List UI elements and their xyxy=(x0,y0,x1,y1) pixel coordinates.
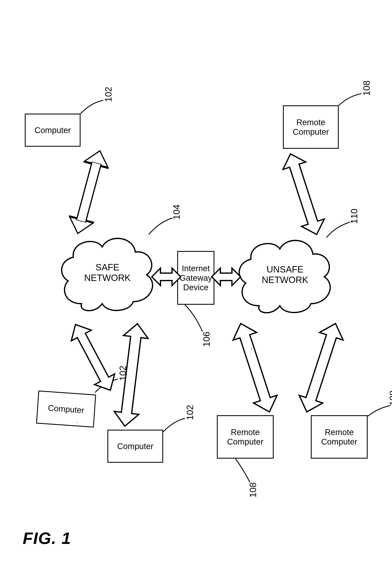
remote-box-bottom-left: Remote Computer xyxy=(217,415,274,459)
leader-line xyxy=(368,405,392,425)
svg-rect-4 xyxy=(77,162,101,222)
double-arrow-icon xyxy=(232,316,278,419)
remote-box-bottom-right: Remote Computer xyxy=(311,415,368,459)
unsafe-network-cloud: UNSAFE NETWORK xyxy=(233,233,337,316)
figure-label: FIG. 1 xyxy=(23,529,71,548)
diagram-page: Computer 102 Computer 102 Computer 102 S… xyxy=(0,0,392,565)
double-arrow-icon xyxy=(148,264,185,289)
ref-106: 106 xyxy=(201,332,212,347)
leader-line xyxy=(81,99,105,120)
leader-line xyxy=(227,459,252,483)
leader-line xyxy=(326,221,351,242)
ref-110: 110 xyxy=(349,209,359,224)
ref-108-bottom-right: 108 xyxy=(388,390,392,406)
svg-marker-13 xyxy=(295,320,347,416)
remote-label: Remote Computer xyxy=(293,118,329,137)
svg-marker-11 xyxy=(279,150,328,238)
leader-line xyxy=(149,217,173,240)
double-arrow-icon xyxy=(111,317,152,433)
leader-line xyxy=(181,305,206,333)
ref-108-bottom-left: 108 xyxy=(248,482,258,497)
remote-box-top-right: Remote Computer xyxy=(283,105,339,149)
svg-marker-8 xyxy=(112,322,150,428)
svg-marker-12 xyxy=(229,320,281,416)
computer-label: Computer xyxy=(117,441,154,451)
remote-label: Remote Computer xyxy=(227,427,264,446)
double-arrow-icon xyxy=(68,145,110,240)
stray-mark: ' xyxy=(251,347,252,354)
safe-network-cloud: SAFE NETWORK xyxy=(56,231,159,314)
svg-marker-9 xyxy=(152,268,181,285)
ref-108-top-right: 108 xyxy=(362,81,372,96)
stray-mark: . xyxy=(76,417,78,424)
double-arrow-icon xyxy=(298,316,344,419)
unsafe-network-label: UNSAFE NETWORK xyxy=(262,264,308,285)
double-arrow-icon xyxy=(208,264,245,289)
double-arrow-icon xyxy=(283,147,324,242)
safe-network-label: SAFE NETWORK xyxy=(84,262,131,283)
leader-line xyxy=(163,417,188,438)
computer-label: Computer xyxy=(48,403,84,415)
computer-label: Computer xyxy=(34,125,71,135)
remote-label: Remote Computer xyxy=(321,427,358,446)
ref-104: 104 xyxy=(171,205,182,220)
double-arrow-icon xyxy=(72,316,113,399)
computer-box-top-left: Computer xyxy=(25,114,81,147)
ref-102-bottom-right: 102 xyxy=(185,405,195,420)
computer-box-bottom-right: Computer xyxy=(107,430,163,463)
ref-102-top-left: 102 xyxy=(103,87,113,102)
svg-marker-10 xyxy=(212,268,241,285)
leader-line xyxy=(339,93,364,114)
